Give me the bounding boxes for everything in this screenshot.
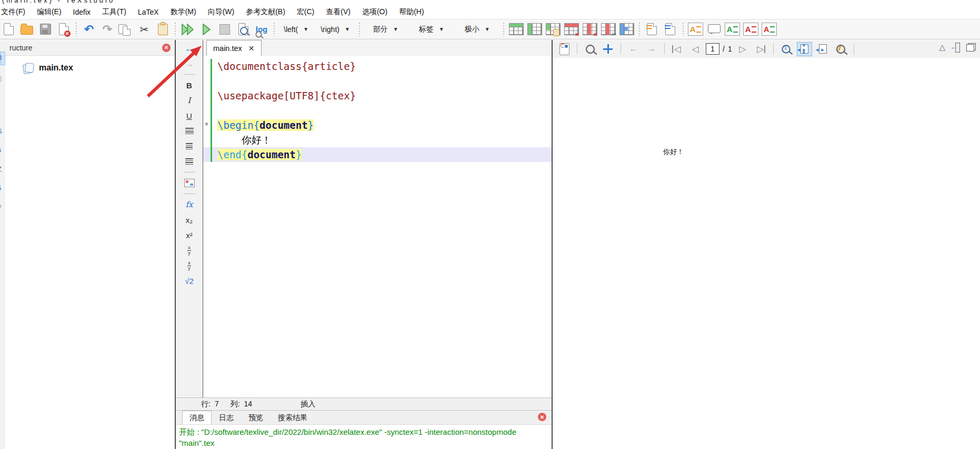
bold-button[interactable]: B bbox=[183, 80, 196, 90]
table-cut-column-button[interactable] bbox=[601, 22, 616, 37]
align-center-button[interactable] bbox=[183, 141, 196, 151]
underline-button[interactable]: U bbox=[183, 110, 196, 121]
italic-button[interactable]: I bbox=[183, 95, 196, 106]
view-pdf-internal-button[interactable] bbox=[236, 22, 251, 37]
sqrt-button[interactable]: √2 bbox=[183, 275, 196, 286]
close-file-button[interactable]: ✕ bbox=[56, 22, 71, 37]
menu-item[interactable]: Idefix bbox=[67, 6, 96, 18]
superscript-button[interactable]: x² bbox=[183, 230, 196, 240]
messages-tab-日志[interactable]: 日志 bbox=[212, 411, 241, 424]
align-justify-button[interactable] bbox=[183, 126, 196, 136]
redo-button[interactable]: ↷ bbox=[100, 22, 115, 37]
pdf-page[interactable]: 你好！ bbox=[553, 58, 980, 449]
view-pdf-button[interactable] bbox=[199, 22, 214, 37]
menu-item[interactable]: 文件(F) bbox=[0, 5, 31, 19]
side-tab-fragment[interactable]: S bbox=[0, 127, 5, 135]
code-line[interactable] bbox=[203, 74, 552, 88]
math-mode-button[interactable]: fx bbox=[183, 199, 196, 210]
insert-image-button[interactable] bbox=[183, 178, 196, 188]
new-file-button[interactable] bbox=[1, 22, 16, 37]
pdf-back-button[interactable]: ← bbox=[626, 42, 641, 56]
side-tab-fragment[interactable]: √ bbox=[0, 204, 5, 212]
menu-item[interactable]: 宏(C) bbox=[291, 5, 320, 19]
side-tab-fragment[interactable]: ] bbox=[0, 108, 5, 116]
code-line[interactable]: \usepackage[UTF8]{ctex} bbox=[203, 88, 552, 103]
menu-item[interactable]: 帮助(H) bbox=[393, 5, 429, 19]
pdf-search-button[interactable] bbox=[583, 42, 597, 56]
pdf-forward-button[interactable]: → bbox=[644, 42, 659, 56]
right-delimiter-combo[interactable]: \right)▼ bbox=[316, 24, 354, 35]
format-mixed-button[interactable]: A bbox=[762, 22, 777, 37]
add-comment-button[interactable] bbox=[707, 22, 722, 37]
side-tab-fragment[interactable]: B bbox=[0, 54, 5, 62]
table-add-column-button[interactable] bbox=[527, 22, 542, 37]
fold-marker-icon[interactable]: ▼ bbox=[204, 121, 209, 127]
side-tab-fragment[interactable]: 5 bbox=[0, 146, 5, 154]
menu-item[interactable]: 选项(O) bbox=[356, 5, 393, 19]
pdf-sync-button[interactable] bbox=[557, 42, 572, 56]
messages-close-button[interactable]: ✕ bbox=[538, 413, 546, 421]
messages-tab-搜索结果[interactable]: 搜索结果 bbox=[271, 411, 315, 424]
code-line[interactable]: \documentclass{article} bbox=[203, 59, 552, 74]
structure-close-button[interactable]: ✕ bbox=[162, 44, 171, 52]
table-align-columns-button[interactable] bbox=[619, 22, 634, 37]
pdf-scroll-tool-button[interactable] bbox=[601, 42, 615, 56]
nav-back-icon[interactable]: ← bbox=[183, 43, 196, 54]
side-tab-fragment[interactable]: 5 bbox=[0, 184, 5, 192]
label-combo[interactable]: 标签▼ bbox=[411, 23, 453, 36]
code-line[interactable]: \end{document} bbox=[203, 147, 552, 162]
align-right-button[interactable] bbox=[183, 156, 196, 167]
sectioning-combo[interactable]: 部分▼ bbox=[365, 23, 407, 36]
menu-item[interactable]: 查看(V) bbox=[320, 5, 356, 19]
fraction-button[interactable]: xy bbox=[183, 245, 196, 256]
menu-item[interactable]: 数学(M) bbox=[165, 5, 202, 19]
unindent-button[interactable] bbox=[645, 22, 659, 37]
pdf-zoom-original-button[interactable]: 1 bbox=[779, 42, 794, 56]
windowed-mode-icon[interactable] bbox=[966, 43, 976, 52]
fraction-alt-button[interactable]: xy bbox=[183, 260, 196, 271]
code-line[interactable]: \begin{document} bbox=[203, 118, 552, 132]
pdf-first-page-button[interactable]: ◁ bbox=[670, 42, 685, 56]
menu-item[interactable]: 编辑(E) bbox=[31, 5, 67, 19]
format-red-button[interactable]: A bbox=[744, 22, 758, 37]
table-remove-column-button[interactable] bbox=[583, 22, 597, 37]
cut-button[interactable]: ✂ bbox=[137, 22, 152, 37]
table-paste-column-button[interactable] bbox=[546, 22, 561, 37]
compile-and-view-button[interactable] bbox=[181, 22, 195, 37]
table-remove-row-button[interactable] bbox=[564, 22, 579, 37]
format-text-button[interactable]: A bbox=[688, 22, 703, 37]
messages-tab-消息[interactable]: 消息 bbox=[182, 411, 212, 424]
pdf-prev-page-button[interactable]: ◁ bbox=[688, 42, 703, 56]
size-combo[interactable]: 极小▼ bbox=[456, 23, 498, 36]
table-add-row-button[interactable] bbox=[509, 22, 524, 37]
left-delimiter-combo[interactable]: \left(▼ bbox=[279, 24, 313, 35]
format-green-button[interactable]: A bbox=[725, 22, 740, 37]
pdf-fit-width-button[interactable] bbox=[815, 42, 831, 56]
messages-tab-预览[interactable]: 预览 bbox=[241, 411, 271, 424]
undo-button[interactable]: ↶ bbox=[82, 22, 96, 37]
open-file-button[interactable] bbox=[19, 22, 34, 37]
pdf-fit-page-button[interactable] bbox=[797, 42, 812, 56]
structure-file-item[interactable]: main.tex bbox=[23, 63, 175, 73]
menu-item[interactable]: 工具(T) bbox=[96, 5, 132, 19]
stop-compile-button[interactable] bbox=[217, 22, 232, 37]
code-line[interactable] bbox=[203, 103, 552, 118]
pdf-magnifier-tool-button[interactable] bbox=[834, 42, 848, 56]
nav-forward-icon[interactable]: → bbox=[183, 58, 196, 69]
tab-main-tex[interactable]: main.tex ✕ bbox=[206, 40, 262, 56]
pdf-last-page-button[interactable]: ▷ bbox=[753, 42, 768, 56]
menu-item[interactable]: 向导(W) bbox=[202, 5, 241, 19]
side-tab-fragment[interactable]: Z bbox=[0, 165, 5, 173]
dock-window-icon[interactable] bbox=[952, 43, 960, 52]
tab-close-icon[interactable]: ✕ bbox=[248, 44, 255, 53]
menu-item[interactable]: 参考文献(B) bbox=[240, 5, 291, 19]
indent-button[interactable] bbox=[663, 22, 678, 37]
save-file-button[interactable] bbox=[38, 22, 53, 37]
pdf-next-page-button[interactable]: ▷ bbox=[735, 42, 750, 56]
paste-button[interactable] bbox=[155, 22, 170, 37]
menu-item[interactable]: LaTeX bbox=[132, 6, 165, 18]
view-log-button[interactable]: log bbox=[254, 22, 269, 37]
subscript-button[interactable]: x₂ bbox=[183, 215, 196, 225]
code-editor[interactable]: ▼ \documentclass{article}\usepackage[UTF… bbox=[203, 56, 552, 398]
copy-button[interactable] bbox=[118, 22, 133, 37]
